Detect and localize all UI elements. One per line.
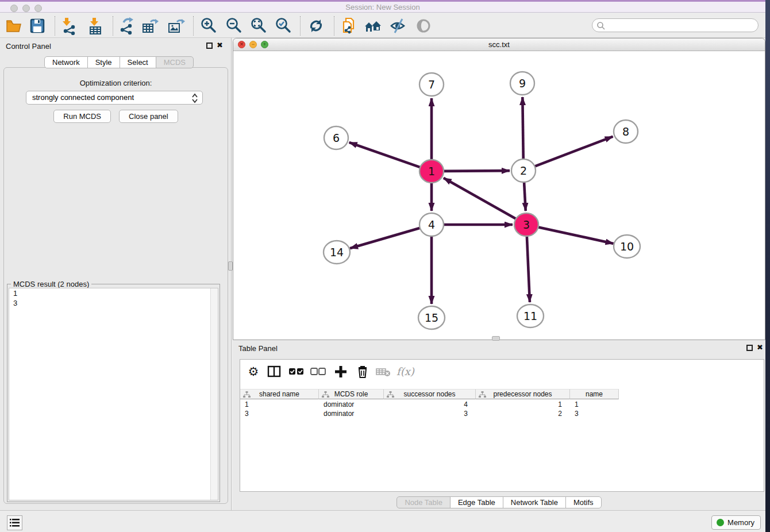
mcds-result-group: MCDS result (2 nodes) 13 bbox=[7, 284, 220, 502]
node-label-2: 2 bbox=[520, 164, 527, 177]
column-label: successor nodes bbox=[403, 390, 455, 398]
column-settings-icon[interactable]: ⚙ bbox=[245, 364, 262, 380]
zoom-selected-icon[interactable] bbox=[274, 17, 292, 35]
cell-predecessor-nodes[interactable]: 1 bbox=[476, 400, 570, 409]
table-toolbar: ⚙ bbox=[240, 360, 764, 384]
control-panel: Control Panel ✖ NetworkStyleSelectMCDS O… bbox=[0, 38, 232, 510]
show-hide-details-icon[interactable] bbox=[389, 17, 407, 35]
cell-mcds-role[interactable]: dominator bbox=[319, 400, 384, 409]
edge-1-6[interactable] bbox=[349, 142, 422, 168]
edge-3-10[interactable] bbox=[537, 227, 614, 244]
node-label-8: 8 bbox=[622, 125, 629, 138]
result-line: 3 bbox=[9, 298, 218, 308]
control-panel-tabs: NetworkStyleSelectMCDS bbox=[44, 56, 194, 68]
cell-name[interactable]: 1 bbox=[570, 400, 619, 409]
import-network-icon[interactable] bbox=[60, 17, 78, 35]
search-box bbox=[592, 18, 759, 32]
zoom-out-icon[interactable] bbox=[225, 17, 243, 35]
edge-2-8[interactable] bbox=[533, 137, 613, 167]
cell-successor-nodes[interactable]: 4 bbox=[384, 400, 476, 409]
app-window: Session: New Session bbox=[0, 0, 765, 532]
desktop: Session: New Session bbox=[0, 0, 770, 532]
search-input[interactable] bbox=[607, 20, 754, 31]
split-panel-icon[interactable] bbox=[265, 364, 283, 380]
cell-successor-nodes[interactable]: 3 bbox=[384, 409, 476, 418]
zoom-fit-icon[interactable] bbox=[249, 17, 268, 35]
node-label-3: 3 bbox=[523, 218, 530, 231]
float-panel-icon[interactable] bbox=[206, 43, 213, 49]
open-file-icon[interactable] bbox=[5, 17, 23, 35]
network-view-window: ✕ − + scc.txt 7968124314101511 bbox=[233, 38, 765, 340]
column-label: shared name bbox=[259, 390, 299, 398]
deselect-all-icon[interactable] bbox=[310, 364, 327, 380]
tab-edge-table[interactable]: Edge Table bbox=[450, 496, 503, 508]
tab-node-table[interactable]: Node Table bbox=[396, 496, 451, 508]
task-history-icon[interactable] bbox=[7, 515, 22, 530]
tab-select[interactable]: Select bbox=[120, 56, 156, 68]
window-titlebar: Session: New Session bbox=[0, 0, 765, 13]
close-panel-icon[interactable]: ✖ bbox=[217, 41, 223, 49]
mcds-result-title: MCDS result (2 nodes) bbox=[11, 280, 91, 288]
column-header-mcds-role[interactable]: MCDS role bbox=[319, 389, 384, 399]
home-icon[interactable] bbox=[364, 17, 382, 35]
memory-button[interactable]: Memory bbox=[711, 515, 761, 530]
delete-table-icon[interactable] bbox=[375, 364, 392, 380]
mcds-result-textarea[interactable]: 13 bbox=[9, 288, 218, 500]
node-label-11: 11 bbox=[523, 310, 537, 322]
save-session-icon[interactable] bbox=[28, 17, 47, 35]
column-header-successor-nodes[interactable]: successor nodes bbox=[384, 389, 476, 399]
close-table-panel-icon[interactable]: ✖ bbox=[757, 343, 763, 352]
network-canvas[interactable]: 7968124314101511 bbox=[233, 51, 765, 340]
table-panel: Table Panel ✖ ⚙ bbox=[233, 340, 765, 510]
edge-2-9[interactable] bbox=[522, 97, 523, 160]
toolbar-separator bbox=[193, 16, 194, 36]
apply-layout-icon[interactable] bbox=[307, 17, 325, 35]
table-divider-handle[interactable] bbox=[492, 336, 500, 341]
optimization-criterion-value: strongly connected component bbox=[32, 93, 134, 102]
node-label-1: 1 bbox=[428, 165, 435, 178]
cell-mcds-role[interactable]: dominator bbox=[319, 409, 384, 418]
optimization-criterion-select[interactable]: strongly connected component bbox=[26, 91, 203, 105]
cell-shared-name[interactable]: 1 bbox=[240, 400, 319, 409]
select-all-icon[interactable] bbox=[288, 364, 305, 380]
tab-network-table[interactable]: Network Table bbox=[503, 496, 566, 508]
chevron-updown-icon bbox=[191, 92, 199, 108]
tab-mcds[interactable]: MCDS bbox=[156, 56, 194, 68]
edge-1-2[interactable] bbox=[442, 171, 510, 171]
zoom-in-icon[interactable] bbox=[199, 17, 218, 35]
delete-column-icon[interactable] bbox=[354, 364, 371, 380]
node-label-4: 4 bbox=[428, 218, 435, 231]
run-mcds-button[interactable]: Run MCDS bbox=[53, 110, 111, 123]
table-row[interactable]: 3dominator323 bbox=[240, 409, 764, 418]
panel-divider-handle[interactable] bbox=[228, 261, 233, 271]
edge-2-3[interactable] bbox=[524, 181, 526, 211]
tab-style[interactable]: Style bbox=[87, 56, 120, 68]
node-label-9: 9 bbox=[519, 77, 526, 90]
clone-network-icon[interactable] bbox=[340, 17, 358, 35]
export-image-icon[interactable] bbox=[167, 17, 186, 35]
function-builder-icon[interactable]: f(x) bbox=[396, 364, 414, 380]
toolbar-separator bbox=[113, 16, 113, 36]
cell-predecessor-nodes[interactable]: 2 bbox=[476, 409, 570, 418]
network-window-title: scc.txt bbox=[233, 40, 765, 49]
export-network-icon[interactable] bbox=[118, 17, 136, 35]
node-label-7: 7 bbox=[428, 78, 435, 91]
cell-name[interactable]: 3 bbox=[570, 409, 619, 418]
tab-motifs[interactable]: Motifs bbox=[565, 496, 602, 508]
tab-network[interactable]: Network bbox=[44, 56, 88, 68]
float-table-panel-icon[interactable] bbox=[746, 345, 753, 351]
column-header-shared-name[interactable]: shared name bbox=[240, 389, 319, 399]
column-header-name[interactable]: name bbox=[570, 389, 619, 399]
birds-eye-icon[interactable] bbox=[414, 17, 433, 35]
close-panel-button[interactable]: Close panel bbox=[119, 110, 178, 123]
edge-4-14[interactable] bbox=[350, 228, 422, 248]
edge-3-11[interactable] bbox=[527, 235, 530, 302]
edge-3-1[interactable] bbox=[444, 178, 517, 219]
cell-shared-name[interactable]: 3 bbox=[240, 409, 319, 418]
column-header-predecessor-nodes[interactable]: predecessor nodes bbox=[476, 389, 570, 399]
table-row[interactable]: 1dominator411 bbox=[240, 400, 764, 409]
result-scrollbar[interactable] bbox=[210, 288, 218, 500]
import-table-icon[interactable] bbox=[86, 17, 105, 35]
export-table-icon[interactable] bbox=[141, 17, 160, 35]
add-column-icon[interactable] bbox=[332, 364, 349, 380]
